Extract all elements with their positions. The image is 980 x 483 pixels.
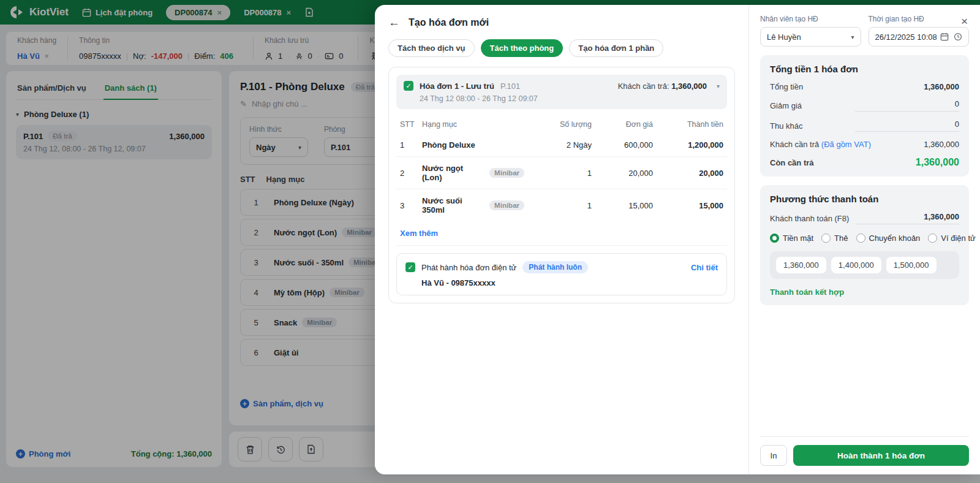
chevron-down-icon: ▾ <box>851 34 854 40</box>
payment-method-card: Phương thức thanh toán Khách thanh toán … <box>760 185 969 305</box>
einvoice-detail-link[interactable]: Chi tiết <box>691 263 718 272</box>
radio-cash[interactable]: Tiền mặt <box>770 234 813 243</box>
minibar-badge: Minibar <box>489 200 524 210</box>
radio-ewallet[interactable]: Ví điện tử <box>928 234 975 243</box>
quick-amount-chip[interactable]: 1,500,000 <box>886 257 937 273</box>
staff-select[interactable]: Lê Huyền ▾ <box>760 27 861 47</box>
radio-transfer[interactable]: Chuyển khoản <box>856 234 921 243</box>
tab-split-by-room[interactable]: Tách theo phòng <box>481 39 564 57</box>
invoice-row[interactable]: 1 Phòng Deluxe 2 Ngày 600,000 1,200,000 <box>396 134 727 156</box>
invoice-checkbox[interactable]: ✓ <box>404 81 413 91</box>
radio-icon <box>928 234 937 243</box>
tab-split-by-service[interactable]: Tách theo dịch vụ <box>388 39 475 57</box>
customer-pays-input[interactable]: 1,360,000 <box>855 212 959 224</box>
einvoice-customer: Hà Vũ - 09875xxxxx <box>421 278 718 287</box>
invoice-row[interactable]: 2 Nước ngọt (Lon)Minibar 1 20,000 20,000 <box>396 156 727 189</box>
modal-main-column: ← Tạo hóa đơn mới Tách theo dịch vụ Tách… <box>375 5 748 474</box>
quick-amount-chip[interactable]: 1,360,000 <box>776 257 826 273</box>
vat-included-link[interactable]: (Đã gồm VAT) <box>821 140 871 149</box>
payment-method-radios: Tiền mặt Thẻ Chuyển khoản Ví điện tử <box>770 234 959 243</box>
invoice-table: STT Hạng mục Số lượng Đơn giá Thành tiền… <box>396 113 727 246</box>
invoice-table-header: STT Hạng mục Số lượng Đơn giá Thành tiền <box>396 113 727 134</box>
radio-icon <box>770 234 779 243</box>
invoice-card: ✓ Hóa đơn 1 - Lưu trú P.101 Khách cần tr… <box>388 67 735 303</box>
create-invoice-modal: × ← Tạo hóa đơn mới Tách theo dịch vụ Tá… <box>375 5 980 474</box>
split-mode-tabs: Tách theo dịch vụ Tách theo phòng Tạo hó… <box>388 39 735 57</box>
invoice-datetime-input[interactable]: 26/12/2025 10:08 <box>869 27 970 47</box>
modal-title: Tạo hóa đơn mới <box>409 17 489 28</box>
other-fee-input[interactable]: 0 <box>855 120 959 132</box>
close-modal-icon[interactable]: × <box>961 15 968 28</box>
calendar-icon <box>940 32 949 41</box>
einvoice-card: ✓ Phát hành hóa đơn điện tử Phát hành lu… <box>396 253 727 295</box>
invoice-header-band[interactable]: ✓ Hóa đơn 1 - Lưu trú P.101 Khách cần tr… <box>396 75 727 109</box>
quick-amount-chip[interactable]: 1,400,000 <box>831 257 881 273</box>
tab-partial-invoice[interactable]: Tạo hóa đơn 1 phần <box>569 39 663 57</box>
collapse-invoice-icon[interactable]: ▾ <box>717 83 720 89</box>
print-button[interactable]: In <box>760 445 787 466</box>
totals-title: Tổng tiền 1 hóa đơn <box>770 64 959 74</box>
remaining-due: 1,360,000 <box>916 157 959 168</box>
radio-card[interactable]: Thẻ <box>821 234 848 243</box>
see-more-link[interactable]: Xem thêm <box>396 221 727 246</box>
quick-amount-chips: 1,360,000 1,400,000 1,500,000 <box>770 251 959 279</box>
minibar-badge: Minibar <box>489 168 524 178</box>
total-amount: 1,360,000 <box>924 82 959 91</box>
discount-input[interactable]: 0 <box>855 99 959 112</box>
invoice-totals-card: Tổng tiền 1 hóa đơn Tổng tiền 1,360,000 … <box>760 55 969 177</box>
clock-icon <box>954 32 962 41</box>
invoice-period: 24 Thg 12 08:00 - 26 Thg 12 09:07 <box>420 94 720 103</box>
back-icon[interactable]: ← <box>388 16 400 29</box>
invoice-row[interactable]: 3 Nước suối 350mlMinibar 1 15,000 15,000 <box>396 189 727 221</box>
app-screen: KiotViet Lịch đặt phòng DP000874 × DP000… <box>0 0 980 483</box>
combined-payment-link[interactable]: Thanh toán kết hợp <box>770 287 959 297</box>
complete-invoice-button[interactable]: Hoàn thành 1 hóa đơn <box>793 445 969 466</box>
radio-icon <box>821 234 831 243</box>
einvoice-checkbox[interactable]: ✓ <box>405 262 415 272</box>
einvoice-label: Phát hành hóa đơn điện tử <box>421 263 516 272</box>
issue-now-badge: Phát hành luôn <box>522 261 588 273</box>
payment-title: Phương thức thanh toán <box>770 194 959 204</box>
invoice-due-value: 1,360,000 <box>671 82 707 91</box>
modal-footer: In Hoàn thành 1 hóa đơn <box>760 436 969 474</box>
payment-side-panel: Nhân viên tạo HĐ Lê Huyền ▾ Thời gian tạ… <box>748 5 980 474</box>
amount-due: 1,360,000 <box>924 140 959 149</box>
radio-icon <box>856 234 865 243</box>
